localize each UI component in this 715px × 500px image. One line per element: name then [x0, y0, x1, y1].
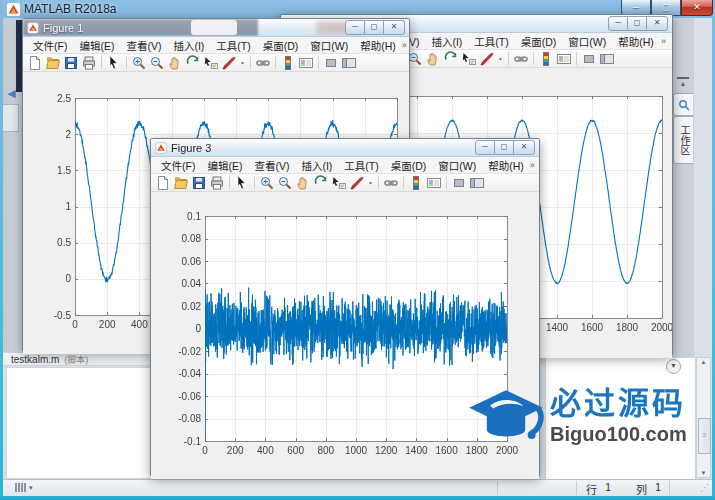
scrollbar-thumb[interactable]: ≡ — [698, 418, 711, 454]
status-divider — [497, 481, 498, 495]
menu-overflow-icon[interactable]: » — [530, 160, 537, 170]
menu-item-1[interactable]: 编辑(E) — [201, 158, 248, 173]
close-button[interactable]: ✕ — [647, 16, 668, 31]
insert-legend-icon[interactable] — [297, 55, 315, 71]
menu-item-2[interactable]: 查看(V) — [248, 158, 295, 173]
insert-colorbar-icon[interactable] — [279, 55, 297, 71]
zoom-in-icon[interactable] — [258, 175, 276, 191]
link-plot-icon[interactable] — [512, 51, 530, 67]
print-figure-icon[interactable] — [208, 175, 226, 191]
watermark: 必过源码 Biguo100.com — [466, 386, 687, 464]
show-plot-tools-icon[interactable] — [468, 175, 486, 191]
minimize-button[interactable]: ─ — [608, 16, 628, 31]
show-plot-tools-icon[interactable] — [340, 55, 358, 71]
hide-plot-tools-icon[interactable] — [580, 51, 598, 67]
menu-item-4[interactable]: 工具(T) — [338, 158, 384, 173]
menu-item-7[interactable]: 帮助(H) — [354, 38, 402, 53]
data-cursor-icon[interactable] — [330, 175, 348, 191]
menu-item-5[interactable]: 桌面(D) — [385, 158, 433, 173]
insert-colorbar-icon[interactable] — [537, 51, 555, 67]
dropdown-icon[interactable] — [238, 55, 247, 71]
menu-item-2[interactable]: 查看(V) — [120, 38, 167, 53]
close-button[interactable]: ✕ — [514, 140, 535, 155]
open-file-icon[interactable] — [172, 175, 190, 191]
edit-plot-cursor-icon[interactable] — [105, 55, 123, 71]
rotate-3d-icon[interactable] — [184, 55, 202, 71]
rotate-3d-icon[interactable] — [312, 175, 330, 191]
menu-bar: 文件(F)编辑(E)查看(V)插入(I)工具(T)桌面(D)窗口(W)帮助(H)… — [23, 37, 409, 54]
open-file-icon[interactable] — [44, 55, 62, 71]
close-button[interactable]: ✕ — [681, 0, 713, 16]
print-figure-icon[interactable] — [80, 55, 98, 71]
close-button[interactable]: ✕ — [384, 20, 405, 35]
new-figure-icon[interactable] — [154, 175, 172, 191]
hide-plot-tools-icon[interactable] — [322, 55, 340, 71]
status-grip-icon[interactable]: ▾ — [15, 483, 33, 492]
scroll-up-icon[interactable]: ▲ — [697, 359, 710, 365]
link-plot-icon[interactable] — [382, 175, 400, 191]
menu-item-4[interactable]: 工具(T) — [468, 34, 514, 49]
pan-hand-icon[interactable] — [166, 55, 184, 71]
brush-data-icon[interactable] — [220, 55, 238, 71]
minimize-button[interactable]: ─ — [345, 20, 365, 35]
toolbar — [23, 54, 409, 72]
window-titlebar[interactable]: Figure 1 ─ ◻ ✕ — [23, 19, 409, 37]
save-figure-icon[interactable] — [190, 175, 208, 191]
link-plot-icon[interactable] — [254, 55, 272, 71]
menu-item-6[interactable]: 窗口(W) — [432, 158, 482, 173]
menu-item-6[interactable]: 窗口(W) — [304, 38, 354, 53]
menu-overflow-icon[interactable]: » — [661, 36, 668, 46]
menu-item-0[interactable]: 文件(F) — [27, 38, 73, 53]
menu-item-3[interactable]: 插入(I) — [167, 38, 210, 53]
dropdown-icon[interactable] — [496, 51, 505, 67]
maximize-button[interactable]: ◻ — [628, 16, 647, 31]
rotate-3d-icon[interactable] — [442, 51, 460, 67]
search-tab[interactable] — [673, 93, 693, 116]
menu-item-3[interactable]: 插入(I) — [295, 158, 338, 173]
edit-plot-cursor-icon[interactable] — [233, 175, 251, 191]
col-label: 列 — [636, 481, 647, 497]
pan-hand-icon[interactable] — [294, 175, 312, 191]
panel-menu-button[interactable]: ▼ — [666, 359, 681, 374]
collapse-panel-icon[interactable]: ▲ — [677, 77, 689, 90]
data-cursor-icon[interactable] — [460, 51, 478, 67]
maximize-button[interactable]: ◻ — [365, 20, 384, 35]
menu-item-7[interactable]: 帮助(H) — [612, 34, 660, 49]
menu-item-4[interactable]: 工具(T) — [210, 38, 256, 53]
window-title: Figure 3 — [171, 142, 211, 154]
left-collapsed-tab[interactable] — [3, 104, 19, 132]
back-arrow-icon[interactable]: ◀ — [4, 86, 19, 101]
menu-item-3[interactable]: 插入(I) — [425, 34, 468, 49]
show-plot-tools-icon[interactable] — [598, 51, 616, 67]
insert-legend-icon[interactable] — [555, 51, 573, 67]
dropdown-icon[interactable] — [366, 175, 375, 191]
resize-grip-icon[interactable]: ⋰ — [700, 482, 710, 493]
toolbar-separator — [508, 52, 509, 65]
brush-data-icon[interactable] — [478, 51, 496, 67]
workspace-tab[interactable]: 工作区 — [673, 116, 693, 164]
menu-item-5[interactable]: 桌面(D) — [257, 38, 305, 53]
pan-hand-icon[interactable] — [424, 51, 442, 67]
menu-item-6[interactable]: 窗口(W) — [562, 34, 612, 49]
menu-item-0[interactable]: 文件(F) — [155, 158, 201, 173]
data-cursor-icon[interactable] — [202, 55, 220, 71]
save-figure-icon[interactable] — [62, 55, 80, 71]
insert-colorbar-icon[interactable] — [407, 175, 425, 191]
zoom-out-icon[interactable] — [276, 175, 294, 191]
vertical-scrollbar[interactable]: ▲ ≡ ▼ — [696, 357, 711, 478]
menu-item-5[interactable]: 桌面(D) — [515, 34, 563, 49]
new-figure-icon[interactable] — [26, 55, 44, 71]
menu-item-7[interactable]: 帮助(H) — [482, 158, 530, 173]
minimize-button[interactable]: ─ — [475, 140, 495, 155]
scroll-down-icon[interactable]: ▼ — [697, 470, 710, 476]
zoom-out-icon[interactable] — [148, 55, 166, 71]
col-value: 1 — [655, 481, 661, 493]
hide-plot-tools-icon[interactable] — [450, 175, 468, 191]
window-titlebar[interactable]: Figure 3 ─ ◻ ✕ — [151, 139, 539, 157]
menu-item-1[interactable]: 编辑(E) — [73, 38, 120, 53]
insert-legend-icon[interactable] — [425, 175, 443, 191]
menu-overflow-icon[interactable]: » — [402, 40, 409, 50]
brush-data-icon[interactable] — [348, 175, 366, 191]
zoom-in-icon[interactable] — [130, 55, 148, 71]
maximize-button[interactable]: ◻ — [495, 140, 514, 155]
